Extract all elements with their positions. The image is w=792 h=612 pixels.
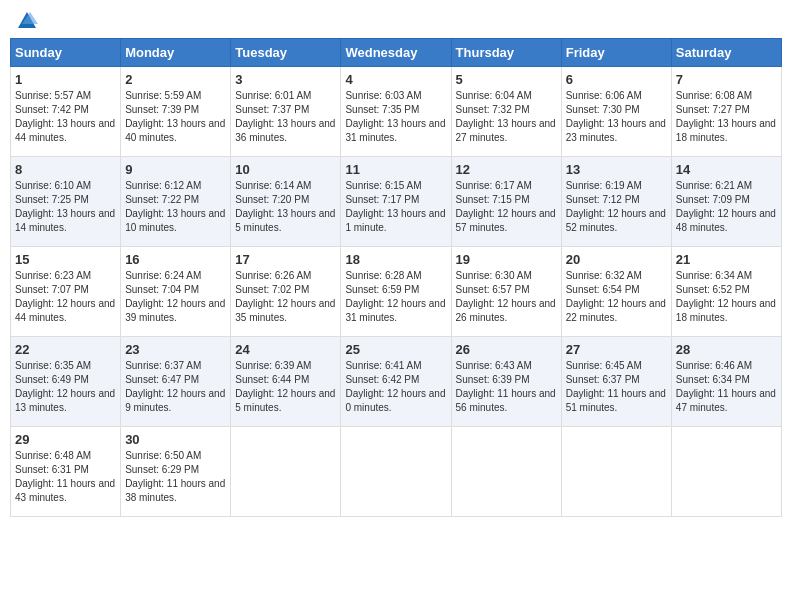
day-number: 4 [345, 72, 446, 87]
day-header-sunday: Sunday [11, 39, 121, 67]
day-info: Sunrise: 6:46 AM Sunset: 6:34 PM Dayligh… [676, 359, 777, 415]
calendar-day-5: 5Sunrise: 6:04 AM Sunset: 7:32 PM Daylig… [451, 67, 561, 157]
day-info: Sunrise: 6:30 AM Sunset: 6:57 PM Dayligh… [456, 269, 557, 325]
day-number: 24 [235, 342, 336, 357]
day-info: Sunrise: 6:17 AM Sunset: 7:15 PM Dayligh… [456, 179, 557, 235]
calendar-day-23: 23Sunrise: 6:37 AM Sunset: 6:47 PM Dayli… [121, 337, 231, 427]
calendar-day-8: 8Sunrise: 6:10 AM Sunset: 7:25 PM Daylig… [11, 157, 121, 247]
day-number: 23 [125, 342, 226, 357]
day-header-saturday: Saturday [671, 39, 781, 67]
day-number: 21 [676, 252, 777, 267]
calendar-day-empty [451, 427, 561, 517]
day-info: Sunrise: 6:41 AM Sunset: 6:42 PM Dayligh… [345, 359, 446, 415]
calendar-week-row: 8Sunrise: 6:10 AM Sunset: 7:25 PM Daylig… [11, 157, 782, 247]
calendar-header-row: SundayMondayTuesdayWednesdayThursdayFrid… [11, 39, 782, 67]
day-info: Sunrise: 6:39 AM Sunset: 6:44 PM Dayligh… [235, 359, 336, 415]
day-info: Sunrise: 6:10 AM Sunset: 7:25 PM Dayligh… [15, 179, 116, 235]
calendar-day-21: 21Sunrise: 6:34 AM Sunset: 6:52 PM Dayli… [671, 247, 781, 337]
day-info: Sunrise: 6:14 AM Sunset: 7:20 PM Dayligh… [235, 179, 336, 235]
calendar-day-3: 3Sunrise: 6:01 AM Sunset: 7:37 PM Daylig… [231, 67, 341, 157]
calendar-week-row: 22Sunrise: 6:35 AM Sunset: 6:49 PM Dayli… [11, 337, 782, 427]
day-number: 2 [125, 72, 226, 87]
day-number: 7 [676, 72, 777, 87]
day-number: 29 [15, 432, 116, 447]
logo [14, 10, 38, 32]
day-number: 10 [235, 162, 336, 177]
day-info: Sunrise: 6:15 AM Sunset: 7:17 PM Dayligh… [345, 179, 446, 235]
calendar-week-row: 29Sunrise: 6:48 AM Sunset: 6:31 PM Dayli… [11, 427, 782, 517]
day-number: 28 [676, 342, 777, 357]
page-header [10, 10, 782, 32]
calendar-day-22: 22Sunrise: 6:35 AM Sunset: 6:49 PM Dayli… [11, 337, 121, 427]
day-info: Sunrise: 6:12 AM Sunset: 7:22 PM Dayligh… [125, 179, 226, 235]
calendar-day-28: 28Sunrise: 6:46 AM Sunset: 6:34 PM Dayli… [671, 337, 781, 427]
day-info: Sunrise: 6:50 AM Sunset: 6:29 PM Dayligh… [125, 449, 226, 505]
day-number: 27 [566, 342, 667, 357]
day-number: 19 [456, 252, 557, 267]
day-info: Sunrise: 6:01 AM Sunset: 7:37 PM Dayligh… [235, 89, 336, 145]
day-number: 5 [456, 72, 557, 87]
calendar-day-7: 7Sunrise: 6:08 AM Sunset: 7:27 PM Daylig… [671, 67, 781, 157]
day-header-tuesday: Tuesday [231, 39, 341, 67]
calendar-day-4: 4Sunrise: 6:03 AM Sunset: 7:35 PM Daylig… [341, 67, 451, 157]
day-info: Sunrise: 6:34 AM Sunset: 6:52 PM Dayligh… [676, 269, 777, 325]
day-header-thursday: Thursday [451, 39, 561, 67]
calendar-day-11: 11Sunrise: 6:15 AM Sunset: 7:17 PM Dayli… [341, 157, 451, 247]
day-info: Sunrise: 5:59 AM Sunset: 7:39 PM Dayligh… [125, 89, 226, 145]
day-number: 18 [345, 252, 446, 267]
calendar-day-26: 26Sunrise: 6:43 AM Sunset: 6:39 PM Dayli… [451, 337, 561, 427]
calendar-week-row: 1Sunrise: 5:57 AM Sunset: 7:42 PM Daylig… [11, 67, 782, 157]
calendar-day-30: 30Sunrise: 6:50 AM Sunset: 6:29 PM Dayli… [121, 427, 231, 517]
calendar-day-empty [341, 427, 451, 517]
day-number: 25 [345, 342, 446, 357]
day-info: Sunrise: 6:21 AM Sunset: 7:09 PM Dayligh… [676, 179, 777, 235]
day-header-wednesday: Wednesday [341, 39, 451, 67]
day-info: Sunrise: 6:48 AM Sunset: 6:31 PM Dayligh… [15, 449, 116, 505]
calendar-day-1: 1Sunrise: 5:57 AM Sunset: 7:42 PM Daylig… [11, 67, 121, 157]
day-info: Sunrise: 6:23 AM Sunset: 7:07 PM Dayligh… [15, 269, 116, 325]
calendar-week-row: 15Sunrise: 6:23 AM Sunset: 7:07 PM Dayli… [11, 247, 782, 337]
calendar-day-29: 29Sunrise: 6:48 AM Sunset: 6:31 PM Dayli… [11, 427, 121, 517]
day-info: Sunrise: 6:06 AM Sunset: 7:30 PM Dayligh… [566, 89, 667, 145]
calendar-day-2: 2Sunrise: 5:59 AM Sunset: 7:39 PM Daylig… [121, 67, 231, 157]
calendar-day-14: 14Sunrise: 6:21 AM Sunset: 7:09 PM Dayli… [671, 157, 781, 247]
day-number: 1 [15, 72, 116, 87]
calendar-day-20: 20Sunrise: 6:32 AM Sunset: 6:54 PM Dayli… [561, 247, 671, 337]
calendar-day-17: 17Sunrise: 6:26 AM Sunset: 7:02 PM Dayli… [231, 247, 341, 337]
day-number: 15 [15, 252, 116, 267]
calendar-day-27: 27Sunrise: 6:45 AM Sunset: 6:37 PM Dayli… [561, 337, 671, 427]
calendar-day-18: 18Sunrise: 6:28 AM Sunset: 6:59 PM Dayli… [341, 247, 451, 337]
day-number: 26 [456, 342, 557, 357]
day-info: Sunrise: 6:04 AM Sunset: 7:32 PM Dayligh… [456, 89, 557, 145]
day-number: 17 [235, 252, 336, 267]
calendar-day-empty [231, 427, 341, 517]
day-info: Sunrise: 6:08 AM Sunset: 7:27 PM Dayligh… [676, 89, 777, 145]
day-number: 16 [125, 252, 226, 267]
calendar-table: SundayMondayTuesdayWednesdayThursdayFrid… [10, 38, 782, 517]
calendar-day-13: 13Sunrise: 6:19 AM Sunset: 7:12 PM Dayli… [561, 157, 671, 247]
day-number: 22 [15, 342, 116, 357]
day-info: Sunrise: 6:45 AM Sunset: 6:37 PM Dayligh… [566, 359, 667, 415]
day-number: 12 [456, 162, 557, 177]
day-number: 3 [235, 72, 336, 87]
day-number: 20 [566, 252, 667, 267]
day-number: 8 [15, 162, 116, 177]
logo-icon [16, 10, 38, 32]
day-info: Sunrise: 6:28 AM Sunset: 6:59 PM Dayligh… [345, 269, 446, 325]
day-info: Sunrise: 6:43 AM Sunset: 6:39 PM Dayligh… [456, 359, 557, 415]
calendar-day-6: 6Sunrise: 6:06 AM Sunset: 7:30 PM Daylig… [561, 67, 671, 157]
day-info: Sunrise: 6:26 AM Sunset: 7:02 PM Dayligh… [235, 269, 336, 325]
day-number: 30 [125, 432, 226, 447]
calendar-day-25: 25Sunrise: 6:41 AM Sunset: 6:42 PM Dayli… [341, 337, 451, 427]
day-header-friday: Friday [561, 39, 671, 67]
calendar-day-15: 15Sunrise: 6:23 AM Sunset: 7:07 PM Dayli… [11, 247, 121, 337]
calendar-day-16: 16Sunrise: 6:24 AM Sunset: 7:04 PM Dayli… [121, 247, 231, 337]
day-number: 14 [676, 162, 777, 177]
calendar-day-empty [561, 427, 671, 517]
calendar-day-12: 12Sunrise: 6:17 AM Sunset: 7:15 PM Dayli… [451, 157, 561, 247]
day-number: 13 [566, 162, 667, 177]
calendar-day-24: 24Sunrise: 6:39 AM Sunset: 6:44 PM Dayli… [231, 337, 341, 427]
day-number: 9 [125, 162, 226, 177]
calendar-day-19: 19Sunrise: 6:30 AM Sunset: 6:57 PM Dayli… [451, 247, 561, 337]
day-info: Sunrise: 6:03 AM Sunset: 7:35 PM Dayligh… [345, 89, 446, 145]
